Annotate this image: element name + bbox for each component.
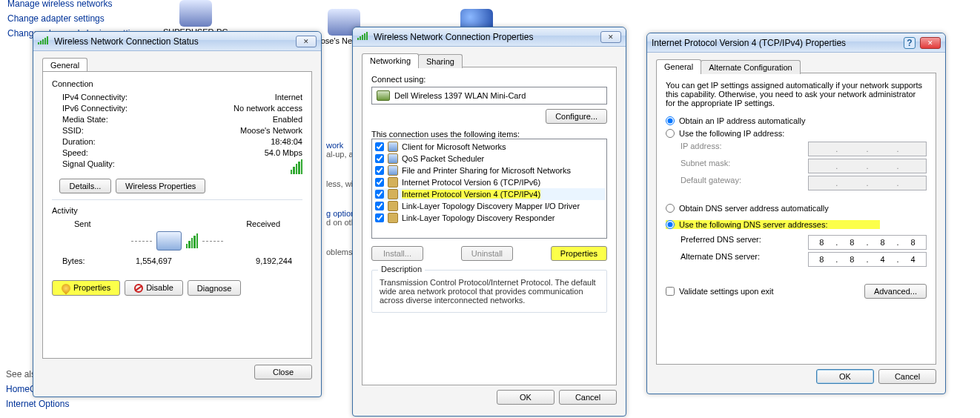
tab-general[interactable]: General	[42, 58, 87, 72]
ip-address-field: ...	[808, 142, 927, 156]
uninstall-button[interactable]: Uninstall	[461, 246, 513, 261]
row-label: Speed:	[62, 148, 88, 157]
bytes-recv-value: 9,192,244	[256, 256, 292, 265]
items-label: This connection uses the following items…	[371, 130, 607, 139]
row-value: 54.0 Mbps	[265, 148, 302, 157]
advanced-button[interactable]: Advanced...	[864, 284, 927, 299]
ipv4-titlebar[interactable]: Internet Protocol Version 4 (TCP/IPv4) P…	[647, 33, 945, 53]
status-titlebar[interactable]: Wireless Network Connection Status ✕	[33, 32, 321, 51]
row-label: IPv4 Connectivity:	[62, 93, 128, 102]
signal-quality-label: Signal Quality:	[62, 159, 115, 174]
signal-icon	[186, 233, 198, 248]
connection-section-label: Connection	[52, 79, 302, 88]
item-checkbox[interactable]	[375, 190, 384, 199]
service-icon	[388, 165, 398, 176]
alternate-dns-label: Alternate DNS server:	[681, 252, 760, 267]
props-tabs: Networking Sharing	[362, 53, 617, 67]
item-checkbox[interactable]	[375, 202, 384, 210]
description-text: Transmission Control Protocol/Internet P…	[380, 278, 599, 305]
validate-on-exit-checkbox[interactable]: Validate settings upon exit	[666, 287, 774, 296]
row-label: SSID:	[62, 126, 84, 135]
tab-networking[interactable]: Networking	[362, 53, 419, 67]
row-value: 18:48:04	[271, 137, 302, 146]
protocol-icon	[388, 201, 398, 211]
row-value: Moose's Network	[240, 126, 302, 135]
help-icon[interactable]: ?	[904, 37, 916, 49]
service-icon	[388, 142, 398, 152]
list-item[interactable]: Client for Microsoft Networks	[374, 141, 605, 153]
item-checkbox[interactable]	[375, 166, 384, 175]
item-checkbox[interactable]	[375, 178, 384, 187]
close-button[interactable]: Close	[254, 365, 312, 379]
computer-icon	[179, 0, 212, 27]
list-item[interactable]: QoS Packet Scheduler	[374, 153, 605, 165]
subnet-mask-field: ...	[808, 159, 927, 173]
bytes-sent-value: 1,554,697	[136, 256, 172, 265]
list-item[interactable]: File and Printer Sharing for Microsoft N…	[374, 165, 605, 176]
row-label: IPv6 Connectivity:	[62, 104, 128, 113]
item-checkbox[interactable]	[375, 154, 384, 163]
list-item[interactable]: Link-Layer Topology Discovery Mapper I/O…	[374, 200, 605, 212]
item-properties-button[interactable]: Properties	[551, 246, 607, 261]
service-icon	[388, 153, 398, 164]
radio-ip-manual[interactable]: Use the following IP address:	[666, 129, 927, 138]
bg-link[interactable]: g option	[326, 209, 355, 218]
props-titlebar[interactable]: Wireless Network Connection Properties ✕	[353, 27, 626, 47]
signal-icon	[38, 36, 50, 47]
link-internet-options[interactable]: Internet Options	[6, 399, 69, 409]
radio-dns-manual[interactable]: Use the following DNS server addresses:	[666, 220, 880, 229]
adapter-name: Dell Wireless 1397 WLAN Mini-Card	[394, 91, 526, 100]
ipv4-title: Internet Protocol Version 4 (TCP/IPv4) P…	[652, 38, 904, 48]
item-checkbox[interactable]	[375, 142, 384, 151]
adapter-field[interactable]: Dell Wireless 1397 WLAN Mini-Card	[371, 87, 607, 104]
close-icon[interactable]: ✕	[920, 37, 941, 49]
row-value: Internet	[275, 93, 302, 102]
disable-button[interactable]: Disable	[125, 280, 183, 296]
shield-icon	[60, 282, 73, 295]
configure-button[interactable]: Configure...	[546, 109, 607, 124]
connection-properties-window: Wireless Network Connection Properties ✕…	[352, 27, 626, 417]
tab-general[interactable]: General	[656, 59, 701, 73]
cancel-button[interactable]: Cancel	[878, 369, 936, 384]
list-item[interactable]: Internet Protocol Version 6 (TCP/IPv6)	[374, 176, 605, 188]
status-title: Wireless Network Connection Status	[54, 36, 293, 47]
received-label: Received	[246, 219, 280, 228]
bg-link[interactable]: work	[326, 141, 343, 150]
tab-sharing[interactable]: Sharing	[418, 54, 463, 68]
protocol-icon	[388, 177, 398, 188]
radio-ip-auto[interactable]: Obtain an IP address automatically	[666, 116, 927, 125]
properties-button[interactable]: Properties	[52, 280, 120, 296]
status-tabs: General	[42, 57, 312, 71]
computer-icon	[156, 231, 182, 251]
link-change-adapter[interactable]: Change adapter settings	[7, 13, 145, 24]
props-title: Wireless Network Connection Properties	[374, 32, 597, 42]
preferred-dns-label: Preferred DNS server:	[681, 235, 761, 250]
cancel-button[interactable]: Cancel	[559, 390, 617, 405]
install-button[interactable]: Install...	[371, 246, 423, 261]
ok-button[interactable]: OK	[497, 390, 554, 405]
connect-using-label: Connect using:	[371, 75, 607, 84]
protocol-icon	[388, 213, 398, 223]
sent-label: Sent	[74, 219, 91, 228]
details-button[interactable]: Details...	[59, 179, 111, 193]
preferred-dns-field[interactable]: 8.8.8.8	[808, 235, 927, 250]
diagnose-button[interactable]: Diagnose	[188, 280, 241, 296]
radio-dns-auto[interactable]: Obtain DNS server address automatically	[666, 204, 927, 213]
tab-alternate-config[interactable]: Alternate Configuration	[701, 60, 801, 74]
bytes-label: Bytes:	[62, 256, 85, 265]
ip-address-label: IP address:	[681, 142, 721, 156]
item-checkbox[interactable]	[375, 213, 384, 222]
close-icon[interactable]: ✕	[296, 36, 317, 47]
link-manage-wireless[interactable]: Manage wireless networks	[7, 0, 145, 9]
disable-icon	[134, 284, 143, 293]
gateway-label: Default gateway:	[681, 176, 741, 190]
list-item[interactable]: Link-Layer Topology Discovery Responder	[374, 212, 605, 224]
ok-button[interactable]: OK	[816, 369, 874, 384]
ipv4-properties-window: Internet Protocol Version 4 (TCP/IPv4) P…	[646, 33, 946, 394]
protocol-list[interactable]: Client for Microsoft Networks QoS Packet…	[371, 139, 607, 239]
alternate-dns-field[interactable]: 8.8.4.4	[808, 252, 927, 267]
ipv4-intro-text: You can get IP settings assigned automat…	[666, 81, 927, 107]
wireless-properties-button[interactable]: Wireless Properties	[116, 179, 205, 193]
list-item-ipv4[interactable]: Internet Protocol Version 4 (TCP/IPv4)	[374, 188, 605, 200]
close-icon[interactable]: ✕	[600, 31, 621, 43]
